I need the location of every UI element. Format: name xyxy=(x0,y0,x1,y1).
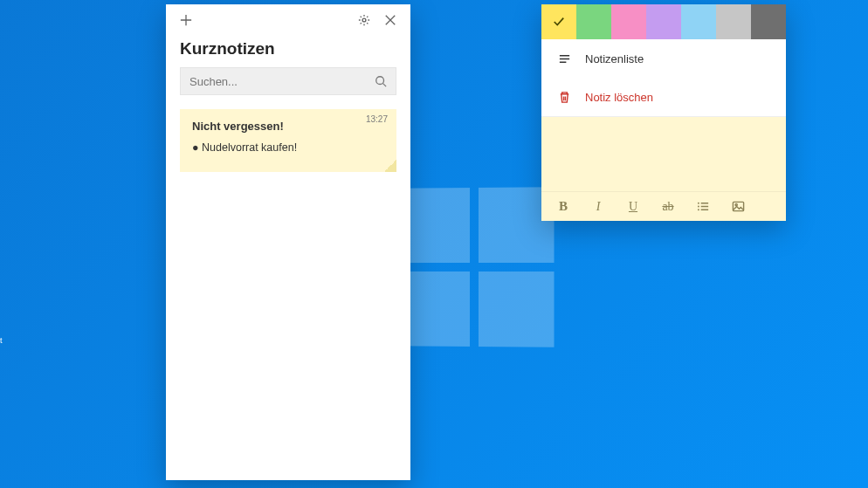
image-icon xyxy=(732,200,745,213)
note-title: Nicht vergessen! xyxy=(192,120,384,133)
color-swatch-pink[interactable] xyxy=(611,4,646,39)
notes-list: 13:27 Nicht vergessen! ● Nudelvorrat kau… xyxy=(166,95,410,186)
note-timestamp: 13:27 xyxy=(366,114,388,124)
windows-logo xyxy=(396,187,555,347)
sticky-notes-list-window: Kurznotizen 13:27 Nicht vergessen! ● Nud… xyxy=(166,4,410,480)
search-icon xyxy=(375,75,387,87)
sticky-note-window: Notizenliste Notiz löschen B I U ab xyxy=(541,4,786,221)
menu-item-label: Notiz löschen xyxy=(585,91,653,104)
underline-button[interactable]: U xyxy=(618,195,648,219)
close-icon xyxy=(384,14,396,26)
note-card[interactable]: 13:27 Nicht vergessen! ● Nudelvorrat kau… xyxy=(180,109,396,172)
svg-point-2 xyxy=(697,203,699,204)
bold-button[interactable]: B xyxy=(548,195,578,219)
search-field[interactable] xyxy=(180,67,396,95)
window-titlebar xyxy=(166,4,410,36)
desktop-icon-caption: t xyxy=(0,336,3,345)
trash-icon xyxy=(557,90,571,104)
color-swatch-gray[interactable] xyxy=(716,4,751,39)
bullets-icon xyxy=(697,200,710,213)
color-swatch-yellow[interactable] xyxy=(541,4,576,39)
italic-button[interactable]: I xyxy=(583,195,613,219)
color-picker-row xyxy=(541,4,786,39)
gear-icon xyxy=(358,14,370,26)
menu-item-notes-list[interactable]: Notizenliste xyxy=(541,39,786,78)
strikethrough-button[interactable]: ab xyxy=(653,195,683,219)
search-input[interactable] xyxy=(189,75,375,88)
bullets-button[interactable] xyxy=(688,195,718,219)
new-note-button[interactable] xyxy=(173,7,199,33)
svg-point-6 xyxy=(735,204,737,206)
color-swatch-charcoal[interactable] xyxy=(751,4,786,39)
menu-item-delete-note[interactable]: Notiz löschen xyxy=(541,78,786,116)
svg-rect-5 xyxy=(733,202,743,210)
menu-item-label: Notizenliste xyxy=(585,52,644,65)
color-swatch-blue[interactable] xyxy=(681,4,716,39)
app-title: Kurznotizen xyxy=(166,36,410,67)
note-body: ● Nudelvorrat kaufen! xyxy=(192,141,384,154)
plus-icon xyxy=(180,14,192,26)
svg-point-3 xyxy=(697,206,699,208)
note-body-area[interactable] xyxy=(541,117,786,191)
color-swatch-green[interactable] xyxy=(576,4,611,39)
image-button[interactable] xyxy=(723,195,753,219)
color-swatch-purple[interactable] xyxy=(646,4,681,39)
settings-button[interactable] xyxy=(351,7,377,33)
svg-point-0 xyxy=(362,18,366,22)
svg-point-1 xyxy=(376,77,384,85)
checkmark-icon xyxy=(553,16,565,28)
note-context-menu: Notizenliste Notiz löschen xyxy=(541,39,786,117)
svg-point-4 xyxy=(697,209,699,210)
list-icon xyxy=(557,52,571,65)
close-button[interactable] xyxy=(377,7,403,33)
format-toolbar: B I U ab xyxy=(541,191,786,221)
